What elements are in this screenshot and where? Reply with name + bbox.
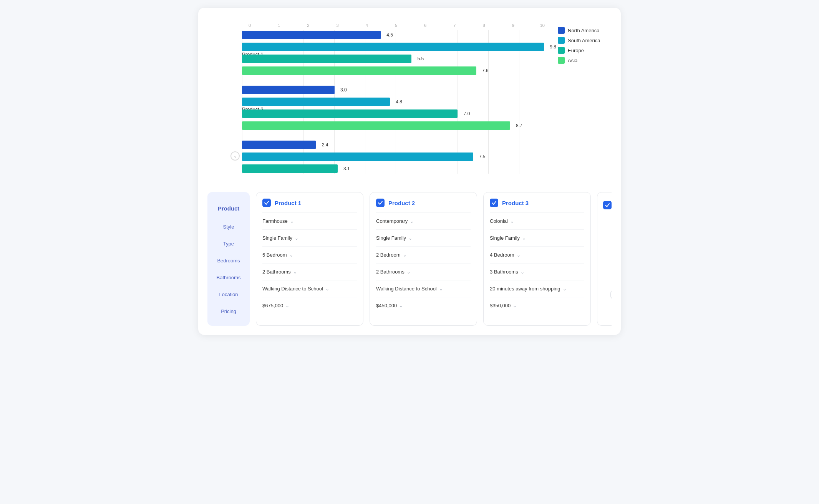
card-attribute-row[interactable]: Farmhouse⌄ — [262, 212, 357, 229]
legend-color-box — [558, 47, 565, 54]
attribute-row-label: Bedrooms — [212, 252, 245, 269]
bar-row: 3.1 — [242, 164, 550, 174]
card-row-text: Single Family — [376, 235, 406, 241]
card-attribute-row[interactable]: 4 Bedroom⌄ — [490, 246, 584, 263]
chart-main: 012345678910 Product 14.59.85.57.6Produc… — [207, 23, 550, 183]
attribute-header-label: Product — [212, 198, 245, 218]
chevron-down-icon: ⌄ — [521, 269, 524, 275]
product-card: Product 2Contemporary⌄Single Family⌄2 Be… — [370, 192, 477, 326]
card-checkbox[interactable] — [262, 199, 271, 207]
chart-area: 012345678910 Product 14.59.85.57.6Produc… — [207, 23, 612, 183]
card-attribute-row[interactable]: 3 Bathrooms⌄ — [490, 263, 584, 280]
card-row-text: Farmhouse — [262, 218, 288, 224]
chevron-down-icon: ⌄ — [293, 269, 297, 275]
grid-label: 4 — [359, 23, 375, 28]
card-attribute-row[interactable]: Contemporary⌄ — [376, 212, 471, 229]
bar-value-label: 7.0 — [464, 111, 470, 116]
legend-item: North America — [558, 27, 612, 34]
bar: 4.8 — [242, 98, 390, 106]
card-row-value: 2 Bathrooms⌄ — [262, 269, 297, 275]
chevron-down-icon: ⌄ — [407, 269, 411, 275]
card-attribute-row[interactable]: 20 minutes away from shopping⌄ — [490, 280, 584, 297]
card-attribute-row[interactable]: 2 Bedroom⌄ — [376, 246, 471, 263]
bar-row: 4.5 — [242, 30, 550, 40]
product-group: Product 14.59.85.57.6 — [242, 30, 550, 76]
card-attribute-row[interactable]: Single Family⌄ — [376, 229, 471, 246]
card-row-value: Single Family⌄ — [376, 235, 412, 241]
bar: 9.8 — [242, 43, 544, 51]
card-title: Product 2 — [388, 200, 415, 206]
product-bar-rows: 2.47.53.1 — [242, 140, 550, 174]
card-row-text: Walking Distance to School — [376, 286, 437, 292]
bar: 7.5 — [242, 153, 473, 161]
card-attribute-row[interactable]: Single Family⌄ — [262, 229, 357, 246]
bar: 3.0 — [242, 86, 335, 94]
add-product-button[interactable]: + — [610, 288, 612, 301]
chevron-down-icon: ⌄ — [513, 303, 517, 308]
grid-label: 5 — [388, 23, 404, 28]
card-row-value: 20 minutes away from shopping⌄ — [490, 286, 567, 292]
card-row-value: Single Family⌄ — [490, 235, 526, 241]
chevron-down-icon: ⌄ — [290, 219, 294, 224]
collapse-button[interactable]: ⌄ — [230, 151, 240, 161]
none-card: None C+ — [597, 192, 612, 326]
bar-value-label: 5.5 — [417, 56, 424, 61]
card-attribute-row[interactable]: $350,000⌄ — [490, 297, 584, 314]
bar: 3.1 — [242, 164, 338, 173]
card-attribute-row[interactable]: Walking Distance to School⌄ — [262, 280, 357, 297]
bar: 7.6 — [242, 66, 476, 75]
bar: 7.0 — [242, 109, 458, 118]
grid-label: 10 — [535, 23, 550, 28]
grid-label: 0 — [242, 23, 257, 28]
card-attribute-row[interactable]: $675,000⌄ — [262, 297, 357, 314]
card-row-text: Colonial — [490, 218, 508, 224]
card-attribute-row[interactable]: Colonial⌄ — [490, 212, 584, 229]
chevron-down-icon: ⌄ — [439, 286, 443, 292]
chart-section: 012345678910 Product 14.59.85.57.6Produc… — [207, 23, 612, 183]
card-header: Product 1 — [262, 199, 357, 207]
card-row-value: 4 Bedroom⌄ — [490, 252, 521, 258]
card-row-text: $675,000 — [262, 303, 283, 308]
card-checkbox[interactable] — [376, 199, 385, 207]
chart-legend: North AmericaSouth AmericaEuropeAsia — [550, 23, 612, 183]
cards-section: ProductStyleTypeBedroomsBathroomsLocatio… — [207, 192, 612, 326]
bar-row: 7.5 — [242, 152, 550, 162]
attribute-labels-card: ProductStyleTypeBedroomsBathroomsLocatio… — [207, 192, 250, 326]
legend-item: South America — [558, 37, 612, 44]
attribute-row-label: Type — [212, 235, 245, 252]
card-row-text: 20 minutes away from shopping — [490, 286, 560, 292]
bar-value-label: 3.1 — [343, 166, 350, 171]
chevron-down-icon: ⌄ — [289, 252, 293, 258]
bar-row: 4.8 — [242, 97, 550, 107]
card-row-text: 2 Bathrooms — [262, 269, 291, 275]
card-attribute-row[interactable]: 2 Bathrooms⌄ — [262, 263, 357, 280]
legend-color-box — [558, 27, 565, 34]
chevron-down-icon: ⌄ — [410, 219, 414, 224]
bar: 8.7 — [242, 121, 510, 130]
bar-value-label: 7.6 — [482, 68, 489, 73]
grid-label: 7 — [447, 23, 462, 28]
card-attribute-row[interactable]: $450,000⌄ — [376, 297, 471, 314]
none-card-checkbox[interactable] — [603, 201, 612, 209]
bar: 4.5 — [242, 31, 381, 39]
bar-row: 2.4 — [242, 140, 550, 150]
chevron-down-icon: ⌄ — [325, 286, 329, 292]
card-title: Product 1 — [275, 200, 301, 206]
bar-row: 9.8 — [242, 42, 550, 52]
bar-row: 8.7 — [242, 121, 550, 131]
card-row-text: Walking Distance to School — [262, 286, 323, 292]
grid-label: 3 — [330, 23, 345, 28]
bar-value-label: 4.5 — [386, 32, 393, 38]
card-attribute-row[interactable]: Walking Distance to School⌄ — [376, 280, 471, 297]
legend-item: Europe — [558, 47, 612, 54]
chevron-down-icon: ⌄ — [408, 235, 412, 241]
card-attribute-row[interactable]: 5 Bedroom⌄ — [262, 246, 357, 263]
grid-label: 9 — [506, 23, 521, 28]
card-row-value: 2 Bathrooms⌄ — [376, 269, 411, 275]
card-attribute-row[interactable]: 2 Bathrooms⌄ — [376, 263, 471, 280]
chevron-down-icon: ⌄ — [517, 252, 521, 258]
card-attribute-row[interactable]: Single Family⌄ — [490, 229, 584, 246]
card-checkbox[interactable] — [490, 199, 498, 207]
grid-label: 6 — [418, 23, 433, 28]
legend-label: Asia — [568, 58, 577, 63]
